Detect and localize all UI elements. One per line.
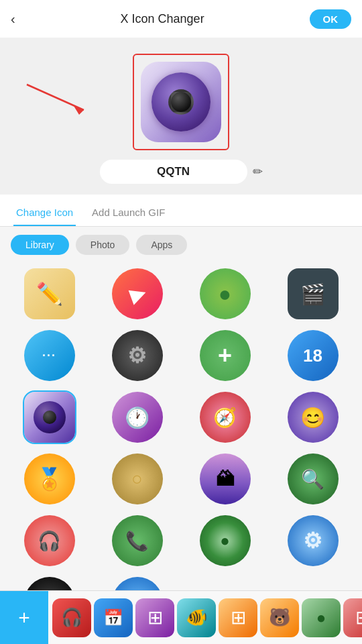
- icon-preview-area: ✏: [0, 38, 362, 195]
- icon-chat[interactable]: [24, 330, 75, 381]
- lens-inner: [168, 89, 194, 115]
- filter-library[interactable]: Library: [11, 235, 69, 255]
- icon-pages[interactable]: [24, 268, 75, 319]
- icon-settings-dark[interactable]: [112, 330, 163, 381]
- tab-add-launch-gif[interactable]: Add Launch GIF: [89, 200, 168, 226]
- icon-clapboard[interactable]: [288, 268, 339, 319]
- dock-icon-orange-grid[interactable]: [219, 598, 257, 637]
- edit-icon[interactable]: ✏: [253, 164, 263, 179]
- icon-18[interactable]: [288, 330, 339, 381]
- icon-plus-green[interactable]: [200, 330, 251, 381]
- svg-marker-1: [74, 106, 84, 115]
- dock-icon-video-grid[interactable]: [343, 598, 362, 637]
- icon-mountain[interactable]: [200, 453, 251, 504]
- arrow-annotation: [20, 78, 101, 121]
- ok-button[interactable]: OK: [310, 9, 352, 29]
- svg-line-0: [27, 85, 84, 110]
- icon-green-dot[interactable]: [200, 268, 251, 319]
- icon-search-green[interactable]: [288, 453, 339, 504]
- icon-headphones[interactable]: [24, 515, 75, 566]
- icon-face-purple[interactable]: [288, 392, 339, 443]
- filter-row: Library Photo Apps: [0, 227, 362, 263]
- icon-birdy[interactable]: [112, 268, 163, 319]
- dock-icon-music[interactable]: [52, 598, 91, 637]
- app-header: ‹ X Icon Changer OK: [0, 0, 362, 38]
- selected-icon-box: [133, 54, 229, 150]
- tab-change-icon[interactable]: Change Icon: [13, 200, 76, 226]
- dock-icon-purple-grid[interactable]: [135, 598, 174, 637]
- dock-icon-green-ball[interactable]: [302, 598, 341, 637]
- back-button[interactable]: ‹: [11, 11, 15, 27]
- bottom-dock: +: [0, 590, 362, 644]
- dock-icons: [48, 598, 362, 637]
- icon-clock-purple[interactable]: [112, 392, 163, 443]
- lens-outer: [152, 72, 210, 131]
- icon-gear-blue[interactable]: [288, 515, 339, 566]
- page-title: X Icon Changer: [121, 12, 204, 26]
- icon-eye-selected[interactable]: [24, 392, 75, 443]
- dock-icon-fish[interactable]: [177, 598, 216, 637]
- icon-compass[interactable]: [200, 392, 251, 443]
- filter-photo[interactable]: Photo: [76, 235, 130, 255]
- dock-icon-bear[interactable]: [260, 598, 299, 637]
- dock-icon-calendar[interactable]: [94, 598, 133, 637]
- dock-add-button[interactable]: +: [0, 591, 48, 645]
- icon-grid: [0, 263, 362, 639]
- icon-gold-award[interactable]: [24, 453, 75, 504]
- icon-preview: [141, 62, 221, 142]
- filter-apps[interactable]: Apps: [136, 235, 187, 255]
- app-name-input[interactable]: [100, 160, 247, 184]
- icon-clock-green[interactable]: [200, 515, 251, 566]
- app-name-row: ✏: [100, 160, 263, 184]
- icon-grid-container: [0, 263, 362, 639]
- icon-gold-knob[interactable]: [112, 453, 163, 504]
- tabs-row: Change Icon Add Launch GIF: [0, 195, 362, 227]
- icon-phone[interactable]: [112, 515, 163, 566]
